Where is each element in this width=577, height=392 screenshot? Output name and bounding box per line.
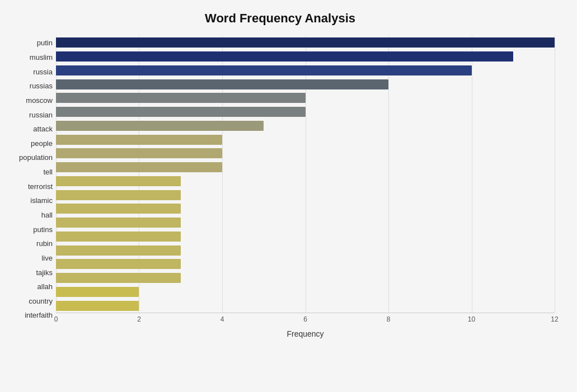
y-label: attack [6,125,56,133]
bars-and-x: 024681012 Frequency [56,36,555,338]
bar [56,287,139,297]
y-label: interfaith [6,311,56,319]
y-label: people [6,140,56,147]
bar [56,51,513,62]
bar [56,148,222,158]
bars-list [56,36,555,313]
bar-row [56,176,555,187]
bar [56,259,181,269]
y-label: allah [6,283,56,290]
bar-row [56,245,555,256]
bar-row [56,65,555,76]
x-tick: 0 [54,315,58,323]
y-label: hall [6,211,56,219]
grid-line [555,36,555,313]
chart-area: putinmuslimrussiarussiasmoscowrussianatt… [6,36,555,338]
bar [56,232,181,242]
y-label: islamic [6,197,56,204]
x-tick: 10 [468,315,475,323]
bar-row [56,286,555,297]
x-tick: 12 [551,315,558,323]
y-label: population [6,154,56,161]
x-axis: 024681012 [56,313,555,328]
y-label: russian [6,111,56,119]
bar-row [56,92,555,103]
bar-row [56,217,555,228]
y-label: putin [6,39,56,46]
bar-row [56,190,555,201]
bar-row [56,37,555,48]
bar-row [56,272,555,284]
y-label: moscow [6,97,56,104]
chart-container: Word Frequency Analysis putinmuslimrussi… [0,0,577,392]
bar [56,93,306,103]
x-axis-label: Frequency [56,329,555,338]
bar-row [56,134,555,145]
x-tick: 6 [303,315,307,323]
bars-area [56,36,555,313]
bar [56,135,222,145]
bar-row [56,51,555,62]
x-tick: 2 [137,315,141,323]
y-label: russia [6,68,56,75]
bar-row [56,120,555,131]
bar [56,79,388,89]
bar [56,273,181,283]
y-label: putins [6,226,56,233]
bar [56,190,181,200]
bar [56,204,181,214]
y-label: russias [6,82,56,89]
y-label: terrorist [6,183,56,190]
bar-row [56,203,555,214]
x-tick: 4 [221,315,224,323]
bar [56,37,555,48]
bar [56,65,472,75]
bar [56,245,181,256]
bar [56,218,181,228]
y-labels: putinmuslimrussiarussiasmoscowrussianatt… [6,36,56,338]
bar [56,301,139,311]
y-label: country [6,297,56,305]
bar [56,121,264,131]
bar-row [56,258,555,270]
bar [56,107,306,117]
y-label: tajiks [6,269,56,276]
y-label: live [6,254,56,262]
bar-row [56,162,555,173]
y-label: muslim [6,54,56,61]
bar-row [56,148,555,159]
chart-title: Word Frequency Analysis [6,11,555,26]
bar [56,162,222,172]
bar-row [56,106,555,117]
y-label: tell [6,168,56,176]
bar-row [56,231,555,242]
bar-row [56,79,555,90]
y-label: rubin [6,240,56,247]
bar-row [56,300,555,311]
x-tick: 8 [387,315,391,323]
bar [56,176,181,186]
